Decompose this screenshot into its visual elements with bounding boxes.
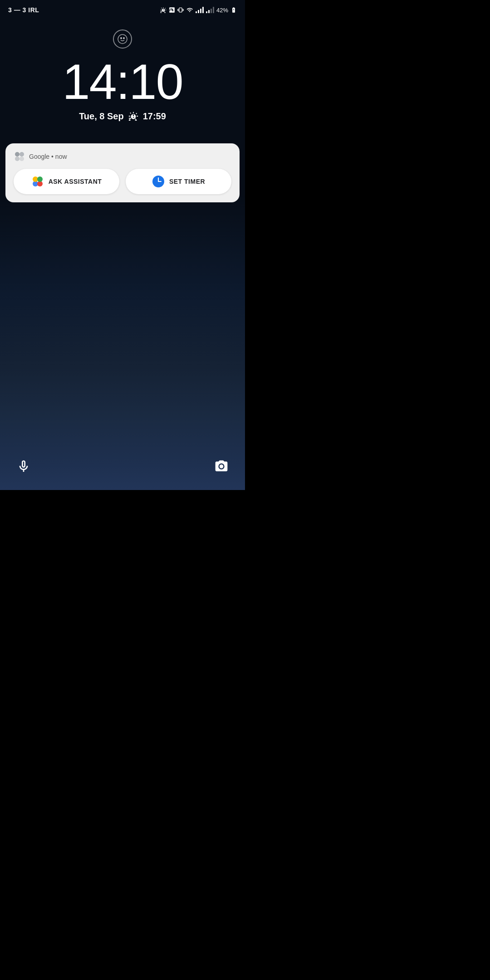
notification-header: Google • now: [14, 151, 231, 162]
nfc-status-icon: [169, 7, 175, 13]
ask-assistant-label: ASK ASSISTANT: [49, 178, 102, 185]
camera-button[interactable]: [211, 456, 231, 476]
svg-point-6: [20, 157, 24, 161]
notification-card: Google • now ASK ASSISTANT: [5, 143, 240, 202]
clock-time: 14:10: [62, 57, 182, 107]
clock-alarm-icon: [128, 111, 138, 121]
signal-bars-2: [206, 7, 214, 13]
svg-point-0: [118, 34, 127, 44]
notification-source-text: Google • now: [29, 153, 67, 160]
alarm-time-text: 17:59: [143, 111, 166, 122]
camera-icon: [214, 459, 229, 474]
bottom-bar: [0, 447, 245, 490]
google-assistant-icon: [31, 175, 44, 188]
notification-buttons: ASK ASSISTANT SET TIMER: [14, 169, 231, 194]
mic-button[interactable]: [14, 456, 34, 476]
svg-point-10: [37, 176, 43, 182]
clock-date-row: Tue, 8 Sep 17:59: [79, 111, 166, 122]
svg-point-5: [15, 157, 20, 161]
mic-icon: [16, 459, 31, 474]
set-timer-icon: [152, 175, 165, 188]
svg-point-2: [123, 37, 125, 39]
clock-area: 14:10 Tue, 8 Sep 17:59: [0, 16, 245, 143]
set-timer-button[interactable]: SET TIMER: [126, 169, 231, 194]
face-icon: [113, 29, 132, 49]
ask-assistant-button[interactable]: ASK ASSISTANT: [14, 169, 119, 194]
google-dots-small-icon: [14, 151, 25, 162]
alarm-status-icon: [160, 7, 167, 13]
vibrate-status-icon: [177, 7, 184, 13]
set-timer-label: SET TIMER: [169, 178, 205, 185]
svg-point-1: [121, 37, 122, 39]
status-icons: 42%: [160, 7, 237, 14]
svg-point-4: [20, 152, 24, 157]
battery-text: 42%: [216, 7, 228, 14]
wifi-status-icon: [186, 7, 193, 13]
svg-point-3: [15, 152, 20, 157]
carrier-text: 3 — 3 IRL: [8, 6, 39, 14]
signal-bars-1: [196, 7, 204, 13]
status-bar: 3 — 3 IRL: [0, 0, 245, 16]
clock-date-text: Tue, 8 Sep: [79, 111, 124, 122]
battery-icon: [230, 7, 237, 13]
